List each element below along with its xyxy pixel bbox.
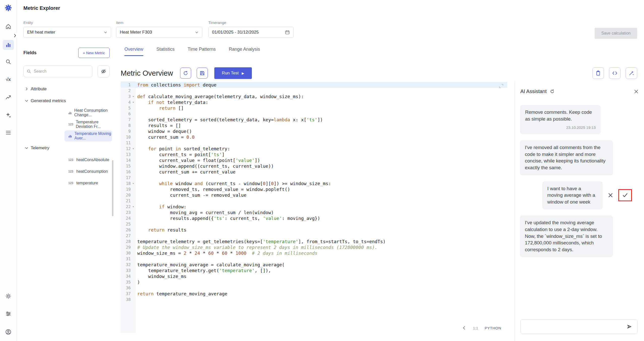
code-line: 33 temperature_telemetry.get('temperatur… xyxy=(121,268,507,273)
entity-select[interactable]: EM heat meter xyxy=(23,27,111,38)
fields-title: Fields xyxy=(23,50,37,55)
tree-item-temperature-deviation-fr[interactable]: 123Temperature Deviation Fr... xyxy=(64,119,112,130)
tree-group-attribute[interactable]: Attribute xyxy=(16,83,116,95)
code-line: 6 xyxy=(121,111,507,117)
close-icon xyxy=(634,89,638,94)
refresh-icon xyxy=(183,70,188,76)
main-content: OverviewStatisticsTime PatternsRange Ana… xyxy=(116,44,644,341)
search-box[interactable] xyxy=(23,66,92,77)
entity-label: Entity xyxy=(23,20,111,25)
entity-control: Entity EM heat meter xyxy=(23,20,111,38)
item-label: temperature xyxy=(76,181,98,185)
item-select[interactable]: Heat Meter F303 xyxy=(116,27,202,38)
nav-metrics[interactable] xyxy=(3,40,14,50)
ai-message-input[interactable] xyxy=(525,324,626,329)
ai-magic-button[interactable] xyxy=(626,67,637,79)
code-line: 34 window_size_ms xyxy=(121,273,507,279)
tree-item-heatconsumption[interactable]: 123heatConsumption xyxy=(64,166,112,177)
fields-scrollbar[interactable] xyxy=(112,160,113,216)
tree-item-heatconsabsolute[interactable]: 123heatConsAbsolute xyxy=(64,154,112,165)
group-label: Generated metrics xyxy=(31,98,66,103)
code-line: 32temperature_moving_average = calculate… xyxy=(121,262,507,268)
send-button[interactable] xyxy=(626,323,633,330)
tree-group-generated-metrics[interactable]: Generated metrics xyxy=(16,95,116,107)
play-icon: ▶ xyxy=(242,71,244,75)
icon-rail: √x xyxy=(0,0,17,341)
message-timestamp: 23.10.2025 19:13 xyxy=(525,125,596,130)
overview-header: Metric Overview Run Test ▶ xyxy=(116,67,644,79)
bar-chart-icon xyxy=(5,42,11,48)
copy-button[interactable] xyxy=(592,67,604,79)
hide-fields-button[interactable] xyxy=(97,65,110,77)
code-line: 29# Update the window_size_ms variable t… xyxy=(121,244,507,250)
code-editor[interactable]: 1from collections import deque23▾def cal… xyxy=(121,81,507,333)
sparkle-icon xyxy=(5,112,11,118)
code-line: 21 xyxy=(121,198,507,204)
nav-search[interactable] xyxy=(3,57,14,67)
save-button[interactable] xyxy=(197,68,208,79)
code-line: 9 window = deque() xyxy=(121,128,507,134)
tree-item-temperature[interactable]: 123temperature xyxy=(64,178,112,189)
code-line: 4▾ if not telemetry_data: xyxy=(121,99,507,105)
send-icon xyxy=(627,324,632,329)
person-icon xyxy=(5,329,11,335)
nav-ai[interactable] xyxy=(3,110,14,120)
numeric-field-icon: 123 xyxy=(68,123,73,126)
accept-icon xyxy=(622,192,628,198)
nav-settings[interactable] xyxy=(3,291,14,301)
tab-statistics[interactable]: Statistics xyxy=(156,47,175,56)
tab-range-analysis[interactable]: Range Analysis xyxy=(229,47,260,56)
code-line: 22▾ if window: xyxy=(121,204,507,210)
nav-menu[interactable] xyxy=(3,128,14,138)
save-calculation-button[interactable]: Save calculation xyxy=(595,28,637,39)
accept-suggestion-button[interactable] xyxy=(621,191,629,199)
nav-home[interactable] xyxy=(3,21,14,32)
sliders-icon xyxy=(5,311,11,317)
chevron-down-icon xyxy=(195,31,198,34)
fullscreen-icon[interactable] xyxy=(499,83,504,89)
code-line: 26 return results xyxy=(121,227,507,233)
tree-item-temperature-moving-aver[interactable]: Temperature Moving Aver... xyxy=(64,130,112,141)
chevron-down-icon xyxy=(25,146,28,150)
search-icon xyxy=(27,69,31,74)
tree-group-telemetry[interactable]: Telemetry xyxy=(16,142,116,154)
search-input[interactable] xyxy=(33,69,89,74)
sqrt-icon: √x xyxy=(6,77,11,82)
code-lines: 1from collections import deque23▾def cal… xyxy=(121,81,507,302)
chevron-left-icon[interactable] xyxy=(462,326,466,330)
item-label: heatConsumption xyxy=(76,169,108,174)
timerange-picker[interactable]: 01/01/2025 - 31/12/2025 xyxy=(208,27,294,38)
tab-time-patterns[interactable]: Time Patterns xyxy=(188,47,216,56)
item-label: heatConsAbsolute xyxy=(76,158,109,162)
nav-formula[interactable]: √x xyxy=(3,74,14,84)
clipboard-icon xyxy=(595,70,601,76)
top-bar: Metric Explorer xyxy=(16,0,644,17)
page-title: Metric Explorer xyxy=(23,5,60,11)
code-line: 5 return [] xyxy=(121,105,507,111)
sidebar-expand-button[interactable] xyxy=(13,33,17,38)
metric-chart-icon xyxy=(68,134,72,138)
code-view-button[interactable] xyxy=(609,67,621,79)
nav-account[interactable] xyxy=(3,327,14,337)
group-label: Attribute xyxy=(31,87,47,92)
code-line: 11 xyxy=(121,140,507,146)
code-line: 28temperature_telemetry = get_telemetrie… xyxy=(121,239,507,244)
reject-suggestion-button[interactable] xyxy=(607,191,614,199)
item-label: Heat Consumption Change... xyxy=(74,108,112,117)
tree-item-heat-consumption-change[interactable]: Heat Consumption Change... xyxy=(64,107,112,118)
nav-trends[interactable] xyxy=(3,92,14,102)
ai-messages: Remove comments. Keep code as simple as … xyxy=(515,105,644,257)
nav-filters[interactable] xyxy=(3,309,14,319)
language-label: PYTHON xyxy=(485,326,501,330)
new-metric-button[interactable]: + New Metric xyxy=(78,48,110,58)
ai-refresh-button[interactable] xyxy=(550,89,555,94)
ai-input-box[interactable] xyxy=(520,319,637,334)
ai-close-button[interactable] xyxy=(634,89,638,94)
run-test-button[interactable]: Run Test ▶ xyxy=(214,67,252,79)
menu-icon xyxy=(5,130,11,136)
save-icon xyxy=(199,70,205,76)
tab-overview[interactable]: Overview xyxy=(124,47,143,56)
numeric-field-icon: 123 xyxy=(68,170,74,173)
refresh-button[interactable] xyxy=(180,68,191,79)
numeric-field-icon: 123 xyxy=(68,181,74,185)
